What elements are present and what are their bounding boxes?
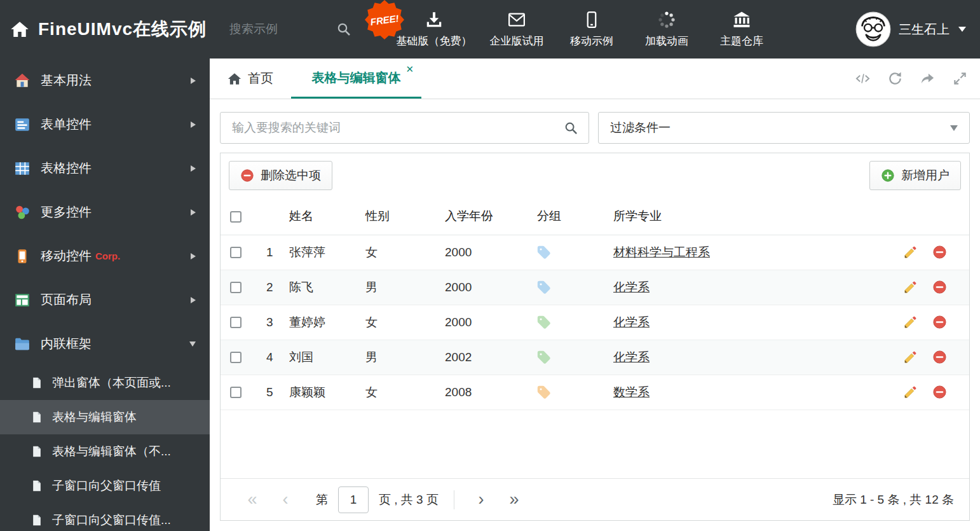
sidebar-subitem-label: 子窗口向父窗口传值... <box>52 512 171 528</box>
select-all-checkbox[interactable] <box>230 211 242 223</box>
page-number-input[interactable] <box>338 486 369 513</box>
balls-icon <box>14 204 31 221</box>
row-index: 1 <box>252 235 289 270</box>
nav-label: 基础版（免费） <box>397 34 472 48</box>
sidebar-subitem-child-to-parent[interactable]: 子窗口向父窗口传值 <box>0 469 210 503</box>
nav-item-theme-store[interactable]: 主题仓库 <box>704 10 779 48</box>
sidebar-item-form-controls[interactable]: 表单控件 <box>0 102 210 146</box>
nav-item-loading-animation[interactable]: 加载动画 <box>629 10 704 48</box>
refresh-icon[interactable] <box>888 71 902 86</box>
nav-item-basic-free[interactable]: FREE! 基础版（免费） <box>389 10 479 48</box>
sidebar-item-page-layout[interactable]: 页面布局 <box>0 278 210 322</box>
first-page-button[interactable]: « <box>236 491 269 508</box>
delete-icon[interactable] <box>932 315 947 329</box>
tag-icon <box>537 350 551 364</box>
tab-home[interactable]: 首页 <box>210 59 291 99</box>
chevron-right-icon <box>191 121 196 128</box>
code-icon[interactable] <box>855 71 870 86</box>
sidebar-subitem-child-to-parent-alt[interactable]: 子窗口向父窗口传值... <box>0 503 210 531</box>
tag-icon <box>537 245 551 259</box>
cell-gender: 男 <box>365 340 445 375</box>
sidebar-subitem-grid-edit-window[interactable]: 表格与编辑窗体 <box>0 400 210 434</box>
last-page-button[interactable]: » <box>498 491 531 508</box>
row-checkbox[interactable] <box>230 352 242 363</box>
cell-gender: 女 <box>365 305 445 340</box>
spinner-icon <box>657 10 676 29</box>
tab-toolbar <box>855 59 967 99</box>
row-checkbox[interactable] <box>230 282 242 293</box>
search-icon[interactable] <box>564 121 578 135</box>
tab-grid-edit-window[interactable]: 表格与编辑窗体 ✕ <box>291 59 421 99</box>
sidebar-item-label: 内联框架 <box>41 335 92 352</box>
row-checkbox[interactable] <box>230 247 242 258</box>
delete-icon[interactable] <box>932 245 947 259</box>
sidebar-subitem-popup-window[interactable]: 弹出窗体（本页面或... <box>0 366 210 400</box>
folder-icon <box>14 336 31 352</box>
tab-label: 表格与编辑窗体 <box>312 69 401 86</box>
tag-icon <box>537 385 551 399</box>
col-header-name[interactable]: 姓名 <box>289 198 365 235</box>
table-row[interactable]: 5 康颖颖 女 2008 数学系 <box>221 375 969 410</box>
sidebar-subitem-grid-edit-window-alt[interactable]: 表格与编辑窗体（不... <box>0 434 210 469</box>
share-icon[interactable] <box>920 71 935 86</box>
user-menu[interactable]: 三生石上 <box>855 11 980 47</box>
delete-selected-button[interactable]: 删除选中项 <box>229 161 332 190</box>
major-link[interactable]: 化学系 <box>613 315 650 329</box>
filter-dropdown[interactable]: 过滤条件一 <box>598 112 970 144</box>
minus-circle-icon <box>240 169 254 183</box>
chevron-down-icon <box>950 125 958 131</box>
delete-icon[interactable] <box>932 350 947 364</box>
phone-icon <box>582 10 601 29</box>
major-link[interactable]: 化学系 <box>613 280 650 294</box>
delete-icon[interactable] <box>932 385 947 399</box>
col-header-major[interactable]: 所学专业 <box>613 198 903 235</box>
edit-icon[interactable] <box>903 385 918 399</box>
brand[interactable]: FineUIMvc在线示例 <box>0 17 207 41</box>
col-header-year[interactable]: 入学年份 <box>445 198 537 235</box>
sidebar-item-grid-controls[interactable]: 表格控件 <box>0 146 210 190</box>
cell-name: 张萍萍 <box>289 235 365 270</box>
table-row[interactable]: 1 张萍萍 女 2000 材料科学与工程系 <box>221 235 969 270</box>
keyword-search-input[interactable] <box>231 120 564 135</box>
edit-icon[interactable] <box>903 315 918 329</box>
form-icon <box>14 116 31 133</box>
sidebar-item-inline-frame[interactable]: 内联框架 <box>0 322 210 366</box>
sidebar-item-more-controls[interactable]: 更多控件 <box>0 190 210 234</box>
sidebar-item-basic-usage[interactable]: 基本用法 <box>0 59 210 102</box>
table-row[interactable]: 2 陈飞 男 2000 化学系 <box>221 270 969 305</box>
nav-label: 主题仓库 <box>720 34 763 48</box>
edit-icon[interactable] <box>903 245 918 259</box>
nav-item-enterprise-trial[interactable]: 企业版试用 <box>479 10 554 48</box>
chevron-right-icon <box>191 78 196 84</box>
row-index: 2 <box>252 270 289 305</box>
layout-icon <box>14 292 31 308</box>
table-row[interactable]: 3 董婷婷 女 2000 化学系 <box>221 305 969 340</box>
delete-icon[interactable] <box>932 280 947 294</box>
col-header-gender[interactable]: 性别 <box>365 198 445 235</box>
sidebar-subitem-label: 弹出窗体（本页面或... <box>52 375 171 391</box>
edit-icon[interactable] <box>903 280 918 294</box>
prev-page-button[interactable]: ‹ <box>269 491 302 508</box>
major-link[interactable]: 数学系 <box>613 385 650 399</box>
edit-icon[interactable] <box>903 350 918 364</box>
next-page-button[interactable]: › <box>465 491 498 508</box>
cell-year: 2000 <box>445 235 537 270</box>
nav-item-mobile-demo[interactable]: 移动示例 <box>554 10 629 48</box>
col-header-group[interactable]: 分组 <box>537 198 613 235</box>
major-link[interactable]: 材料科学与工程系 <box>613 245 710 259</box>
close-icon[interactable]: ✕ <box>405 64 414 75</box>
row-checkbox[interactable] <box>230 387 242 398</box>
cell-name: 陈飞 <box>289 270 365 305</box>
table-row[interactable]: 4 刘国 男 2002 化学系 <box>221 340 969 375</box>
avatar <box>855 11 891 47</box>
major-link[interactable]: 化学系 <box>613 350 650 364</box>
sidebar-item-mobile-controls[interactable]: 移动控件 Corp. <box>0 234 210 278</box>
row-checkbox[interactable] <box>230 317 242 328</box>
add-user-button[interactable]: 新增用户 <box>869 161 961 190</box>
expand-icon[interactable] <box>953 71 967 86</box>
tab-label: 首页 <box>248 70 273 87</box>
sidebar-subitem-label: 子窗口向父窗口传值 <box>52 478 161 494</box>
file-icon <box>31 410 43 424</box>
header-search-input[interactable] <box>228 22 330 37</box>
search-icon[interactable] <box>336 22 351 37</box>
